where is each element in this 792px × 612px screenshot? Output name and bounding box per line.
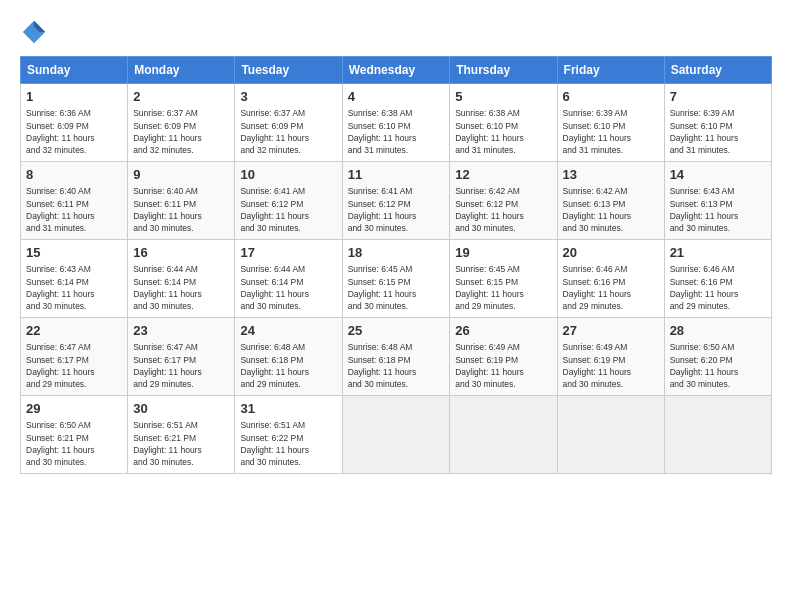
day-info: Sunrise: 6:42 AM Sunset: 6:12 PM Dayligh… bbox=[455, 185, 551, 234]
logo bbox=[20, 18, 52, 46]
page-container: SundayMondayTuesdayWednesdayThursdayFrid… bbox=[0, 0, 792, 484]
day-info: Sunrise: 6:46 AM Sunset: 6:16 PM Dayligh… bbox=[563, 263, 659, 312]
day-cell bbox=[342, 396, 450, 474]
weekday-header-monday: Monday bbox=[128, 57, 235, 84]
day-info: Sunrise: 6:45 AM Sunset: 6:15 PM Dayligh… bbox=[455, 263, 551, 312]
day-number: 23 bbox=[133, 322, 229, 340]
day-number: 29 bbox=[26, 400, 122, 418]
day-number: 8 bbox=[26, 166, 122, 184]
day-info: Sunrise: 6:46 AM Sunset: 6:16 PM Dayligh… bbox=[670, 263, 766, 312]
day-info: Sunrise: 6:42 AM Sunset: 6:13 PM Dayligh… bbox=[563, 185, 659, 234]
day-cell: 9Sunrise: 6:40 AM Sunset: 6:11 PM Daylig… bbox=[128, 162, 235, 240]
day-number: 28 bbox=[670, 322, 766, 340]
day-cell: 19Sunrise: 6:45 AM Sunset: 6:15 PM Dayli… bbox=[450, 240, 557, 318]
day-cell: 23Sunrise: 6:47 AM Sunset: 6:17 PM Dayli… bbox=[128, 318, 235, 396]
day-number: 30 bbox=[133, 400, 229, 418]
day-info: Sunrise: 6:38 AM Sunset: 6:10 PM Dayligh… bbox=[348, 107, 445, 156]
day-info: Sunrise: 6:44 AM Sunset: 6:14 PM Dayligh… bbox=[240, 263, 336, 312]
day-cell: 29Sunrise: 6:50 AM Sunset: 6:21 PM Dayli… bbox=[21, 396, 128, 474]
day-number: 21 bbox=[670, 244, 766, 262]
day-cell: 1Sunrise: 6:36 AM Sunset: 6:09 PM Daylig… bbox=[21, 84, 128, 162]
day-info: Sunrise: 6:47 AM Sunset: 6:17 PM Dayligh… bbox=[26, 341, 122, 390]
day-cell bbox=[664, 396, 771, 474]
day-info: Sunrise: 6:36 AM Sunset: 6:09 PM Dayligh… bbox=[26, 107, 122, 156]
day-info: Sunrise: 6:40 AM Sunset: 6:11 PM Dayligh… bbox=[26, 185, 122, 234]
day-cell: 25Sunrise: 6:48 AM Sunset: 6:18 PM Dayli… bbox=[342, 318, 450, 396]
week-row-5: 29Sunrise: 6:50 AM Sunset: 6:21 PM Dayli… bbox=[21, 396, 772, 474]
day-info: Sunrise: 6:48 AM Sunset: 6:18 PM Dayligh… bbox=[240, 341, 336, 390]
day-number: 20 bbox=[563, 244, 659, 262]
day-number: 3 bbox=[240, 88, 336, 106]
day-cell: 2Sunrise: 6:37 AM Sunset: 6:09 PM Daylig… bbox=[128, 84, 235, 162]
day-number: 7 bbox=[670, 88, 766, 106]
day-number: 9 bbox=[133, 166, 229, 184]
day-number: 18 bbox=[348, 244, 445, 262]
week-row-1: 1Sunrise: 6:36 AM Sunset: 6:09 PM Daylig… bbox=[21, 84, 772, 162]
day-cell: 18Sunrise: 6:45 AM Sunset: 6:15 PM Dayli… bbox=[342, 240, 450, 318]
weekday-header-thursday: Thursday bbox=[450, 57, 557, 84]
day-info: Sunrise: 6:38 AM Sunset: 6:10 PM Dayligh… bbox=[455, 107, 551, 156]
day-info: Sunrise: 6:51 AM Sunset: 6:22 PM Dayligh… bbox=[240, 419, 336, 468]
day-info: Sunrise: 6:37 AM Sunset: 6:09 PM Dayligh… bbox=[133, 107, 229, 156]
day-info: Sunrise: 6:50 AM Sunset: 6:20 PM Dayligh… bbox=[670, 341, 766, 390]
day-number: 22 bbox=[26, 322, 122, 340]
day-cell: 10Sunrise: 6:41 AM Sunset: 6:12 PM Dayli… bbox=[235, 162, 342, 240]
day-info: Sunrise: 6:43 AM Sunset: 6:13 PM Dayligh… bbox=[670, 185, 766, 234]
day-number: 17 bbox=[240, 244, 336, 262]
day-cell: 13Sunrise: 6:42 AM Sunset: 6:13 PM Dayli… bbox=[557, 162, 664, 240]
day-number: 5 bbox=[455, 88, 551, 106]
day-number: 31 bbox=[240, 400, 336, 418]
day-number: 15 bbox=[26, 244, 122, 262]
day-info: Sunrise: 6:47 AM Sunset: 6:17 PM Dayligh… bbox=[133, 341, 229, 390]
day-cell: 3Sunrise: 6:37 AM Sunset: 6:09 PM Daylig… bbox=[235, 84, 342, 162]
weekday-header-tuesday: Tuesday bbox=[235, 57, 342, 84]
day-number: 2 bbox=[133, 88, 229, 106]
day-cell: 15Sunrise: 6:43 AM Sunset: 6:14 PM Dayli… bbox=[21, 240, 128, 318]
day-info: Sunrise: 6:41 AM Sunset: 6:12 PM Dayligh… bbox=[348, 185, 445, 234]
day-cell: 24Sunrise: 6:48 AM Sunset: 6:18 PM Dayli… bbox=[235, 318, 342, 396]
day-info: Sunrise: 6:44 AM Sunset: 6:14 PM Dayligh… bbox=[133, 263, 229, 312]
day-cell: 28Sunrise: 6:50 AM Sunset: 6:20 PM Dayli… bbox=[664, 318, 771, 396]
day-number: 10 bbox=[240, 166, 336, 184]
header bbox=[20, 18, 772, 46]
day-cell bbox=[450, 396, 557, 474]
day-cell: 21Sunrise: 6:46 AM Sunset: 6:16 PM Dayli… bbox=[664, 240, 771, 318]
day-number: 19 bbox=[455, 244, 551, 262]
weekday-header-wednesday: Wednesday bbox=[342, 57, 450, 84]
week-row-3: 15Sunrise: 6:43 AM Sunset: 6:14 PM Dayli… bbox=[21, 240, 772, 318]
day-number: 14 bbox=[670, 166, 766, 184]
day-info: Sunrise: 6:41 AM Sunset: 6:12 PM Dayligh… bbox=[240, 185, 336, 234]
day-info: Sunrise: 6:39 AM Sunset: 6:10 PM Dayligh… bbox=[563, 107, 659, 156]
day-cell bbox=[557, 396, 664, 474]
day-cell: 26Sunrise: 6:49 AM Sunset: 6:19 PM Dayli… bbox=[450, 318, 557, 396]
day-cell: 22Sunrise: 6:47 AM Sunset: 6:17 PM Dayli… bbox=[21, 318, 128, 396]
weekday-header-friday: Friday bbox=[557, 57, 664, 84]
day-cell: 16Sunrise: 6:44 AM Sunset: 6:14 PM Dayli… bbox=[128, 240, 235, 318]
calendar-table: SundayMondayTuesdayWednesdayThursdayFrid… bbox=[20, 56, 772, 474]
day-number: 16 bbox=[133, 244, 229, 262]
day-number: 24 bbox=[240, 322, 336, 340]
day-cell: 17Sunrise: 6:44 AM Sunset: 6:14 PM Dayli… bbox=[235, 240, 342, 318]
day-cell: 30Sunrise: 6:51 AM Sunset: 6:21 PM Dayli… bbox=[128, 396, 235, 474]
weekday-header-sunday: Sunday bbox=[21, 57, 128, 84]
day-number: 26 bbox=[455, 322, 551, 340]
day-info: Sunrise: 6:50 AM Sunset: 6:21 PM Dayligh… bbox=[26, 419, 122, 468]
day-cell: 27Sunrise: 6:49 AM Sunset: 6:19 PM Dayli… bbox=[557, 318, 664, 396]
day-cell: 14Sunrise: 6:43 AM Sunset: 6:13 PM Dayli… bbox=[664, 162, 771, 240]
day-info: Sunrise: 6:43 AM Sunset: 6:14 PM Dayligh… bbox=[26, 263, 122, 312]
day-cell: 7Sunrise: 6:39 AM Sunset: 6:10 PM Daylig… bbox=[664, 84, 771, 162]
day-number: 6 bbox=[563, 88, 659, 106]
weekday-header-saturday: Saturday bbox=[664, 57, 771, 84]
day-cell: 4Sunrise: 6:38 AM Sunset: 6:10 PM Daylig… bbox=[342, 84, 450, 162]
day-cell: 11Sunrise: 6:41 AM Sunset: 6:12 PM Dayli… bbox=[342, 162, 450, 240]
day-number: 25 bbox=[348, 322, 445, 340]
day-info: Sunrise: 6:49 AM Sunset: 6:19 PM Dayligh… bbox=[455, 341, 551, 390]
day-info: Sunrise: 6:40 AM Sunset: 6:11 PM Dayligh… bbox=[133, 185, 229, 234]
day-number: 1 bbox=[26, 88, 122, 106]
day-number: 27 bbox=[563, 322, 659, 340]
day-info: Sunrise: 6:45 AM Sunset: 6:15 PM Dayligh… bbox=[348, 263, 445, 312]
day-cell: 8Sunrise: 6:40 AM Sunset: 6:11 PM Daylig… bbox=[21, 162, 128, 240]
day-info: Sunrise: 6:37 AM Sunset: 6:09 PM Dayligh… bbox=[240, 107, 336, 156]
day-info: Sunrise: 6:49 AM Sunset: 6:19 PM Dayligh… bbox=[563, 341, 659, 390]
day-cell: 31Sunrise: 6:51 AM Sunset: 6:22 PM Dayli… bbox=[235, 396, 342, 474]
